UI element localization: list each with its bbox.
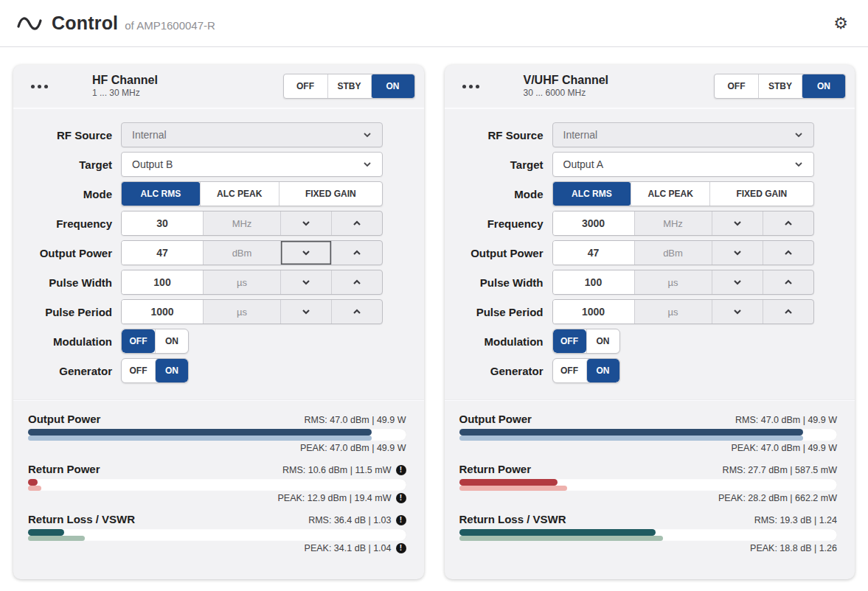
vuhf-pulse-width-row: Pulse Width µs xyxy=(445,270,855,295)
vuhf-output-power-increment-button[interactable] xyxy=(763,241,813,265)
vuhf-target-select[interactable]: Output A xyxy=(552,152,814,177)
vuhf-modulation-row: Modulation OFF ON xyxy=(445,329,855,354)
vuhf-output-power-input[interactable] xyxy=(553,241,634,265)
hf-output-power-decrement-button[interactable] xyxy=(280,241,331,265)
hf-generator-row: Generator OFF ON xyxy=(13,358,424,383)
vuhf-power-off-button[interactable]: OFF xyxy=(715,74,758,98)
target-label: Target xyxy=(445,158,544,171)
hf-rf-source-select[interactable]: Internal xyxy=(121,122,383,147)
hf-mode-alc-rms-button[interactable]: ALC RMS xyxy=(122,182,200,206)
hf-output-power-increment-button[interactable] xyxy=(331,241,382,265)
vuhf-modulation-off-button[interactable]: OFF xyxy=(553,329,586,353)
hf-modulation-off-button[interactable]: OFF xyxy=(122,329,155,353)
vuhf-target-row: Target Output A xyxy=(445,152,855,177)
vuhf-pulse-period-input[interactable] xyxy=(553,300,634,324)
vuhf-output-power-decrement-button[interactable] xyxy=(712,241,763,265)
hf-pulse-width-increment-button[interactable] xyxy=(331,270,382,294)
rms-reading: RMS: 10.6 dBm | 11.5 mW xyxy=(282,465,392,475)
vuhf-mode-fixed-gain-button[interactable]: FIXED GAIN xyxy=(709,182,813,206)
vuhf-mode-alc-peak-button[interactable]: ALC PEAK xyxy=(631,182,709,206)
hf-frequency-input[interactable] xyxy=(122,211,203,235)
vuhf-frequency-increment-button[interactable] xyxy=(763,211,813,235)
vuhf-pulse-width-input[interactable] xyxy=(553,270,634,294)
hf-target-select[interactable]: Output B xyxy=(121,152,383,177)
vuhf-pulse-period-decrement-button[interactable] xyxy=(712,300,763,324)
hf-power-stby-button[interactable]: STBY xyxy=(327,74,371,98)
info-icon[interactable]: ! xyxy=(396,493,406,503)
hf-pulse-width-decrement-button[interactable] xyxy=(280,270,331,294)
hf-mode-fixed-gain-button[interactable]: FIXED GAIN xyxy=(279,182,382,206)
hf-frequency-decrement-button[interactable] xyxy=(280,211,331,235)
hf-target-row: Target Output B xyxy=(13,152,424,177)
modulation-label: Modulation xyxy=(445,335,544,348)
vuhf-pulse-width-increment-button[interactable] xyxy=(763,270,813,294)
hf-frequency-increment-button[interactable] xyxy=(331,211,382,235)
vuhf-generator-on-button[interactable]: ON xyxy=(586,359,619,382)
vuhf-pulse-period-increment-button[interactable] xyxy=(763,300,813,324)
hf-rf-source-row: RF Source Internal xyxy=(13,122,424,147)
rf-source-label: RF Source xyxy=(13,129,112,141)
hf-output-power-row: Output Power dBm xyxy=(13,240,424,265)
meter-track xyxy=(28,429,406,441)
meter-title: Return Power xyxy=(459,463,532,475)
vuhf-mode-alc-rms-button[interactable]: ALC RMS xyxy=(553,182,631,206)
hf-mode-alc-peak-button[interactable]: ALC PEAK xyxy=(200,182,279,206)
hf-modulation-on-button[interactable]: ON xyxy=(155,329,188,353)
frequency-label: Frequency xyxy=(445,217,544,230)
gear-icon[interactable]: ⚙ xyxy=(830,13,852,35)
hf-generator-off-button[interactable]: OFF xyxy=(122,359,155,382)
pulse-width-unit: µs xyxy=(634,270,712,294)
hf-pulse-width-input[interactable] xyxy=(122,270,203,294)
hf-output-power-input[interactable] xyxy=(122,241,203,265)
chevron-down-icon xyxy=(732,276,743,288)
rms-reading: RMS: 27.7 dBm | 587.5 mW xyxy=(723,465,837,475)
vuhf-frequency-input[interactable] xyxy=(553,211,634,235)
vuhf-channel-menu-icon[interactable] xyxy=(461,80,481,93)
peak-bar xyxy=(459,436,803,441)
pulse-width-label: Pulse Width xyxy=(445,276,544,289)
rms-bar xyxy=(28,429,372,436)
info-icon[interactable]: ! xyxy=(396,515,406,525)
chevron-up-icon xyxy=(351,276,363,288)
hf-power-on-button[interactable]: ON xyxy=(371,74,414,98)
meter-title: Return Loss / VSWR xyxy=(28,513,135,525)
vuhf-generator-off-button[interactable]: OFF xyxy=(553,359,586,382)
hf-modulation-row: Modulation OFF ON xyxy=(13,329,424,354)
rms-reading: RMS: 36.4 dB | 1.03 xyxy=(308,515,391,525)
meter-track xyxy=(28,479,406,491)
frequency-label: Frequency xyxy=(13,217,112,230)
rms-reading: RMS: 19.3 dB | 1.24 xyxy=(754,515,837,525)
frequency-unit: MHz xyxy=(203,211,280,235)
hf-generator-on-button[interactable]: ON xyxy=(155,359,188,382)
info-icon[interactable]: ! xyxy=(396,465,406,475)
rf-source-label: RF Source xyxy=(445,129,544,141)
hf-channel-menu-icon[interactable] xyxy=(29,80,49,93)
vuhf-power-on-button[interactable]: ON xyxy=(802,74,845,98)
hf-pulse-period-input[interactable] xyxy=(122,300,203,324)
vuhf-pulse-period-stepper: µs xyxy=(552,299,814,324)
vuhf-output-power-row: Output Power dBm xyxy=(445,240,855,265)
device-name: of AMP1600047-R xyxy=(125,15,215,32)
vuhf-rf-source-select[interactable]: Internal xyxy=(552,122,814,147)
vuhf-frequency-decrement-button[interactable] xyxy=(712,211,763,235)
vuhf-power-stby-button[interactable]: STBY xyxy=(758,74,802,98)
chevron-down-icon xyxy=(300,247,312,259)
generator-label: Generator xyxy=(445,365,544,377)
chevron-down-icon xyxy=(793,129,805,141)
chevron-down-icon xyxy=(793,158,805,170)
vuhf-modulation-on-button[interactable]: ON xyxy=(586,329,619,353)
pulse-width-unit: µs xyxy=(203,270,280,294)
hf-pulse-period-increment-button[interactable] xyxy=(331,300,382,324)
chevron-up-icon xyxy=(351,247,363,259)
vuhf-pulse-width-decrement-button[interactable] xyxy=(712,270,763,294)
chevron-down-icon xyxy=(361,158,373,170)
vuhf-channel-card: V/UHF Channel 30 ... 6000 MHz OFF STBY O… xyxy=(445,65,855,579)
peak-reading: PEAK: 28.2 dBm | 662.2 mW xyxy=(718,493,837,503)
hf-power-off-button[interactable]: OFF xyxy=(284,74,327,98)
hf-pulse-period-decrement-button[interactable] xyxy=(280,300,331,324)
meter-track xyxy=(459,429,838,441)
info-icon[interactable]: ! xyxy=(396,543,406,553)
meter-title: Return Power xyxy=(28,463,100,475)
chevron-down-icon xyxy=(732,306,743,318)
chevron-up-icon xyxy=(782,247,794,259)
